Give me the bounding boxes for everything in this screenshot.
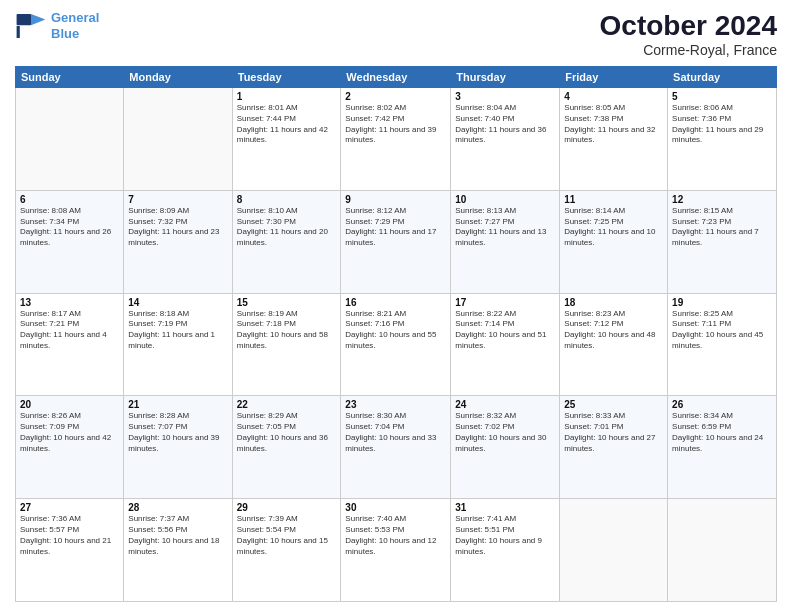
day-number: 2 [345, 91, 446, 102]
day-number: 10 [455, 194, 555, 205]
day-cell: 19Sunrise: 8:25 AM Sunset: 7:11 PM Dayli… [668, 293, 777, 396]
day-info: Sunrise: 8:25 AM Sunset: 7:11 PM Dayligh… [672, 309, 772, 352]
day-cell: 8Sunrise: 8:10 AM Sunset: 7:30 PM Daylig… [232, 190, 341, 293]
weekday-header-thursday: Thursday [451, 67, 560, 88]
day-cell: 15Sunrise: 8:19 AM Sunset: 7:18 PM Dayli… [232, 293, 341, 396]
day-info: Sunrise: 8:26 AM Sunset: 7:09 PM Dayligh… [20, 411, 119, 454]
day-number: 9 [345, 194, 446, 205]
day-info: Sunrise: 8:06 AM Sunset: 7:36 PM Dayligh… [672, 103, 772, 146]
day-number: 18 [564, 297, 663, 308]
week-row-4: 20Sunrise: 8:26 AM Sunset: 7:09 PM Dayli… [16, 396, 777, 499]
day-info: Sunrise: 8:23 AM Sunset: 7:12 PM Dayligh… [564, 309, 663, 352]
day-info: Sunrise: 7:40 AM Sunset: 5:53 PM Dayligh… [345, 514, 446, 557]
location-title: Corme-Royal, France [600, 42, 777, 58]
day-info: Sunrise: 8:14 AM Sunset: 7:25 PM Dayligh… [564, 206, 663, 249]
page: General Blue October 2024 Corme-Royal, F… [0, 0, 792, 612]
day-cell: 20Sunrise: 8:26 AM Sunset: 7:09 PM Dayli… [16, 396, 124, 499]
weekday-header-saturday: Saturday [668, 67, 777, 88]
day-info: Sunrise: 8:15 AM Sunset: 7:23 PM Dayligh… [672, 206, 772, 249]
day-number: 16 [345, 297, 446, 308]
day-info: Sunrise: 8:13 AM Sunset: 7:27 PM Dayligh… [455, 206, 555, 249]
day-info: Sunrise: 8:09 AM Sunset: 7:32 PM Dayligh… [128, 206, 227, 249]
day-cell: 12Sunrise: 8:15 AM Sunset: 7:23 PM Dayli… [668, 190, 777, 293]
day-number: 1 [237, 91, 337, 102]
day-cell: 26Sunrise: 8:34 AM Sunset: 6:59 PM Dayli… [668, 396, 777, 499]
day-cell: 22Sunrise: 8:29 AM Sunset: 7:05 PM Dayli… [232, 396, 341, 499]
title-block: October 2024 Corme-Royal, France [600, 10, 777, 58]
day-info: Sunrise: 8:19 AM Sunset: 7:18 PM Dayligh… [237, 309, 337, 352]
day-info: Sunrise: 8:32 AM Sunset: 7:02 PM Dayligh… [455, 411, 555, 454]
day-cell [668, 499, 777, 602]
logo-blue: Blue [51, 26, 99, 42]
day-number: 15 [237, 297, 337, 308]
day-cell: 7Sunrise: 8:09 AM Sunset: 7:32 PM Daylig… [124, 190, 232, 293]
svg-marker-1 [31, 14, 45, 25]
day-number: 14 [128, 297, 227, 308]
day-number: 5 [672, 91, 772, 102]
day-info: Sunrise: 7:39 AM Sunset: 5:54 PM Dayligh… [237, 514, 337, 557]
day-number: 30 [345, 502, 446, 513]
day-info: Sunrise: 8:10 AM Sunset: 7:30 PM Dayligh… [237, 206, 337, 249]
day-number: 20 [20, 399, 119, 410]
day-info: Sunrise: 8:34 AM Sunset: 6:59 PM Dayligh… [672, 411, 772, 454]
logo: General Blue [15, 10, 99, 41]
day-info: Sunrise: 8:12 AM Sunset: 7:29 PM Dayligh… [345, 206, 446, 249]
day-number: 22 [237, 399, 337, 410]
day-info: Sunrise: 7:41 AM Sunset: 5:51 PM Dayligh… [455, 514, 555, 557]
day-number: 6 [20, 194, 119, 205]
day-cell [560, 499, 668, 602]
day-number: 12 [672, 194, 772, 205]
day-info: Sunrise: 8:22 AM Sunset: 7:14 PM Dayligh… [455, 309, 555, 352]
week-row-1: 1Sunrise: 8:01 AM Sunset: 7:44 PM Daylig… [16, 88, 777, 191]
header: General Blue October 2024 Corme-Royal, F… [15, 10, 777, 58]
day-cell: 28Sunrise: 7:37 AM Sunset: 5:56 PM Dayli… [124, 499, 232, 602]
svg-rect-0 [17, 14, 31, 25]
day-number: 8 [237, 194, 337, 205]
day-cell: 16Sunrise: 8:21 AM Sunset: 7:16 PM Dayli… [341, 293, 451, 396]
svg-rect-2 [17, 26, 20, 38]
week-row-2: 6Sunrise: 8:08 AM Sunset: 7:34 PM Daylig… [16, 190, 777, 293]
day-info: Sunrise: 8:17 AM Sunset: 7:21 PM Dayligh… [20, 309, 119, 352]
day-info: Sunrise: 7:36 AM Sunset: 5:57 PM Dayligh… [20, 514, 119, 557]
day-cell: 6Sunrise: 8:08 AM Sunset: 7:34 PM Daylig… [16, 190, 124, 293]
day-cell: 27Sunrise: 7:36 AM Sunset: 5:57 PM Dayli… [16, 499, 124, 602]
week-row-5: 27Sunrise: 7:36 AM Sunset: 5:57 PM Dayli… [16, 499, 777, 602]
day-cell: 2Sunrise: 8:02 AM Sunset: 7:42 PM Daylig… [341, 88, 451, 191]
day-number: 27 [20, 502, 119, 513]
day-number: 29 [237, 502, 337, 513]
day-info: Sunrise: 8:21 AM Sunset: 7:16 PM Dayligh… [345, 309, 446, 352]
day-number: 25 [564, 399, 663, 410]
weekday-header-sunday: Sunday [16, 67, 124, 88]
logo-general: General [51, 10, 99, 25]
calendar-table: SundayMondayTuesdayWednesdayThursdayFrid… [15, 66, 777, 602]
day-info: Sunrise: 7:37 AM Sunset: 5:56 PM Dayligh… [128, 514, 227, 557]
day-info: Sunrise: 8:18 AM Sunset: 7:19 PM Dayligh… [128, 309, 227, 352]
day-cell: 18Sunrise: 8:23 AM Sunset: 7:12 PM Dayli… [560, 293, 668, 396]
day-number: 17 [455, 297, 555, 308]
day-cell: 30Sunrise: 7:40 AM Sunset: 5:53 PM Dayli… [341, 499, 451, 602]
day-cell: 23Sunrise: 8:30 AM Sunset: 7:04 PM Dayli… [341, 396, 451, 499]
day-cell: 14Sunrise: 8:18 AM Sunset: 7:19 PM Dayli… [124, 293, 232, 396]
day-info: Sunrise: 8:30 AM Sunset: 7:04 PM Dayligh… [345, 411, 446, 454]
day-info: Sunrise: 8:29 AM Sunset: 7:05 PM Dayligh… [237, 411, 337, 454]
day-info: Sunrise: 8:04 AM Sunset: 7:40 PM Dayligh… [455, 103, 555, 146]
day-cell: 13Sunrise: 8:17 AM Sunset: 7:21 PM Dayli… [16, 293, 124, 396]
day-cell: 5Sunrise: 8:06 AM Sunset: 7:36 PM Daylig… [668, 88, 777, 191]
month-title: October 2024 [600, 10, 777, 42]
weekday-header-wednesday: Wednesday [341, 67, 451, 88]
day-info: Sunrise: 8:02 AM Sunset: 7:42 PM Dayligh… [345, 103, 446, 146]
day-cell: 1Sunrise: 8:01 AM Sunset: 7:44 PM Daylig… [232, 88, 341, 191]
day-cell: 21Sunrise: 8:28 AM Sunset: 7:07 PM Dayli… [124, 396, 232, 499]
day-number: 28 [128, 502, 227, 513]
day-cell: 24Sunrise: 8:32 AM Sunset: 7:02 PM Dayli… [451, 396, 560, 499]
day-info: Sunrise: 8:05 AM Sunset: 7:38 PM Dayligh… [564, 103, 663, 146]
day-number: 7 [128, 194, 227, 205]
weekday-header-row: SundayMondayTuesdayWednesdayThursdayFrid… [16, 67, 777, 88]
day-cell: 4Sunrise: 8:05 AM Sunset: 7:38 PM Daylig… [560, 88, 668, 191]
weekday-header-friday: Friday [560, 67, 668, 88]
day-cell: 29Sunrise: 7:39 AM Sunset: 5:54 PM Dayli… [232, 499, 341, 602]
day-cell: 9Sunrise: 8:12 AM Sunset: 7:29 PM Daylig… [341, 190, 451, 293]
weekday-header-tuesday: Tuesday [232, 67, 341, 88]
day-cell: 3Sunrise: 8:04 AM Sunset: 7:40 PM Daylig… [451, 88, 560, 191]
week-row-3: 13Sunrise: 8:17 AM Sunset: 7:21 PM Dayli… [16, 293, 777, 396]
